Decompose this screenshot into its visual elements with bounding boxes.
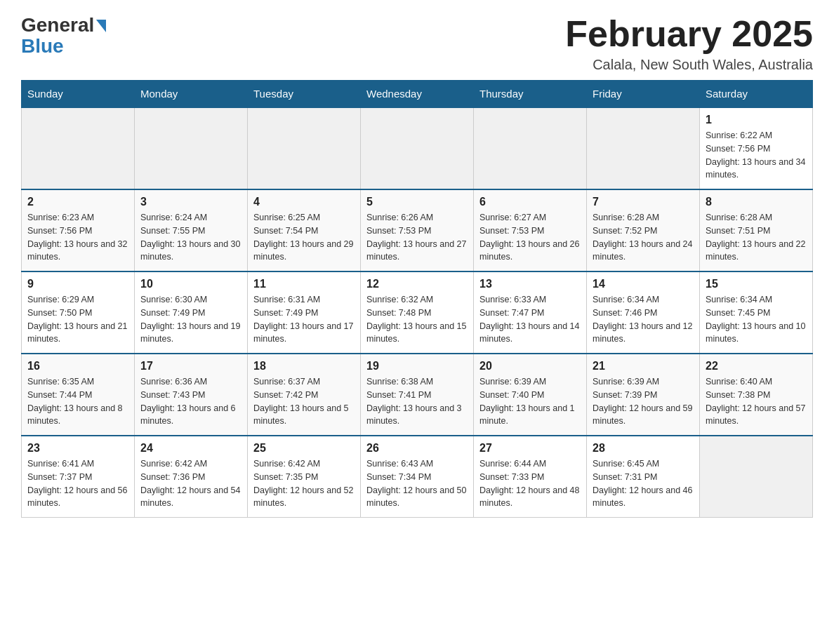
day-info: Sunrise: 6:28 AMSunset: 7:52 PMDaylight:… xyxy=(593,211,694,264)
day-number: 11 xyxy=(253,278,355,290)
table-cell: 17Sunrise: 6:36 AMSunset: 7:43 PMDayligh… xyxy=(135,354,248,436)
table-cell: 8Sunrise: 6:28 AMSunset: 7:51 PMDaylight… xyxy=(700,189,813,271)
day-info: Sunrise: 6:22 AMSunset: 7:56 PMDaylight:… xyxy=(706,129,807,182)
table-cell: 2Sunrise: 6:23 AMSunset: 7:56 PMDaylight… xyxy=(22,189,135,271)
day-number: 21 xyxy=(593,360,694,373)
day-info: Sunrise: 6:31 AMSunset: 7:49 PMDaylight:… xyxy=(253,293,355,346)
day-info: Sunrise: 6:39 AMSunset: 7:39 PMDaylight:… xyxy=(593,375,694,428)
week-row-3: 9Sunrise: 6:29 AMSunset: 7:50 PMDaylight… xyxy=(22,271,813,354)
day-info: Sunrise: 6:41 AMSunset: 7:37 PMDaylight:… xyxy=(27,457,128,510)
logo-blue-text: Blue xyxy=(21,35,64,58)
col-friday: Friday xyxy=(587,81,700,108)
table-cell: 6Sunrise: 6:27 AMSunset: 7:53 PMDaylight… xyxy=(474,189,587,271)
day-number: 25 xyxy=(253,442,355,455)
day-number: 6 xyxy=(479,196,581,208)
day-number: 28 xyxy=(593,442,694,455)
day-number: 1 xyxy=(706,114,807,126)
day-number: 9 xyxy=(27,278,128,290)
table-cell: 24Sunrise: 6:42 AMSunset: 7:36 PMDayligh… xyxy=(135,436,248,518)
day-info: Sunrise: 6:26 AMSunset: 7:53 PMDaylight:… xyxy=(366,211,468,264)
day-number: 27 xyxy=(479,442,581,455)
table-cell: 15Sunrise: 6:34 AMSunset: 7:45 PMDayligh… xyxy=(700,271,813,354)
day-info: Sunrise: 6:34 AMSunset: 7:45 PMDaylight:… xyxy=(706,293,807,346)
day-number: 14 xyxy=(593,278,694,290)
day-info: Sunrise: 6:37 AMSunset: 7:42 PMDaylight:… xyxy=(253,375,355,428)
day-number: 23 xyxy=(27,442,128,455)
col-monday: Monday xyxy=(135,81,248,108)
table-cell: 18Sunrise: 6:37 AMSunset: 7:42 PMDayligh… xyxy=(248,354,361,436)
day-info: Sunrise: 6:29 AMSunset: 7:50 PMDaylight:… xyxy=(27,293,128,346)
table-cell xyxy=(587,107,700,189)
table-cell: 26Sunrise: 6:43 AMSunset: 7:34 PMDayligh… xyxy=(361,436,474,518)
day-number: 16 xyxy=(27,360,128,373)
day-number: 17 xyxy=(140,360,241,373)
logo: General Blue xyxy=(21,14,106,58)
table-cell: 25Sunrise: 6:42 AMSunset: 7:35 PMDayligh… xyxy=(248,436,361,518)
table-cell xyxy=(22,107,135,189)
logo-arrow-icon xyxy=(96,20,106,32)
day-number: 13 xyxy=(479,278,581,290)
day-info: Sunrise: 6:35 AMSunset: 7:44 PMDaylight:… xyxy=(27,375,128,428)
week-row-5: 23Sunrise: 6:41 AMSunset: 7:37 PMDayligh… xyxy=(22,436,813,518)
day-info: Sunrise: 6:32 AMSunset: 7:48 PMDaylight:… xyxy=(366,293,468,346)
table-cell xyxy=(474,107,587,189)
calendar-table: Sunday Monday Tuesday Wednesday Thursday… xyxy=(21,80,813,518)
table-cell: 12Sunrise: 6:32 AMSunset: 7:48 PMDayligh… xyxy=(361,271,474,354)
day-number: 20 xyxy=(479,360,581,373)
table-cell: 23Sunrise: 6:41 AMSunset: 7:37 PMDayligh… xyxy=(22,436,135,518)
title-section: February 2025 Calala, New South Wales, A… xyxy=(565,14,813,73)
table-cell: 7Sunrise: 6:28 AMSunset: 7:52 PMDaylight… xyxy=(587,189,700,271)
day-info: Sunrise: 6:45 AMSunset: 7:31 PMDaylight:… xyxy=(593,457,694,510)
table-cell: 11Sunrise: 6:31 AMSunset: 7:49 PMDayligh… xyxy=(248,271,361,354)
table-cell xyxy=(361,107,474,189)
table-cell: 20Sunrise: 6:39 AMSunset: 7:40 PMDayligh… xyxy=(474,354,587,436)
day-number: 2 xyxy=(27,196,128,208)
day-info: Sunrise: 6:27 AMSunset: 7:53 PMDaylight:… xyxy=(479,211,581,264)
day-number: 18 xyxy=(253,360,355,373)
table-cell: 28Sunrise: 6:45 AMSunset: 7:31 PMDayligh… xyxy=(587,436,700,518)
calendar-header-row: Sunday Monday Tuesday Wednesday Thursday… xyxy=(22,81,813,108)
table-cell: 13Sunrise: 6:33 AMSunset: 7:47 PMDayligh… xyxy=(474,271,587,354)
day-info: Sunrise: 6:23 AMSunset: 7:56 PMDaylight:… xyxy=(27,211,128,264)
day-info: Sunrise: 6:36 AMSunset: 7:43 PMDaylight:… xyxy=(140,375,241,428)
table-cell: 10Sunrise: 6:30 AMSunset: 7:49 PMDayligh… xyxy=(135,271,248,354)
table-cell: 22Sunrise: 6:40 AMSunset: 7:38 PMDayligh… xyxy=(700,354,813,436)
day-info: Sunrise: 6:24 AMSunset: 7:55 PMDaylight:… xyxy=(140,211,241,264)
month-title: February 2025 xyxy=(565,14,813,54)
day-info: Sunrise: 6:40 AMSunset: 7:38 PMDaylight:… xyxy=(706,375,807,428)
table-cell: 14Sunrise: 6:34 AMSunset: 7:46 PMDayligh… xyxy=(587,271,700,354)
col-thursday: Thursday xyxy=(474,81,587,108)
table-cell xyxy=(700,436,813,518)
table-cell: 5Sunrise: 6:26 AMSunset: 7:53 PMDaylight… xyxy=(361,189,474,271)
day-info: Sunrise: 6:34 AMSunset: 7:46 PMDaylight:… xyxy=(593,293,694,346)
day-info: Sunrise: 6:33 AMSunset: 7:47 PMDaylight:… xyxy=(479,293,581,346)
table-cell xyxy=(135,107,248,189)
day-number: 19 xyxy=(366,360,468,373)
day-number: 10 xyxy=(140,278,241,290)
logo-general-text: General xyxy=(21,14,94,36)
day-info: Sunrise: 6:42 AMSunset: 7:35 PMDaylight:… xyxy=(253,457,355,510)
day-number: 8 xyxy=(706,196,807,208)
table-cell: 9Sunrise: 6:29 AMSunset: 7:50 PMDaylight… xyxy=(22,271,135,354)
week-row-2: 2Sunrise: 6:23 AMSunset: 7:56 PMDaylight… xyxy=(22,189,813,271)
table-cell: 16Sunrise: 6:35 AMSunset: 7:44 PMDayligh… xyxy=(22,354,135,436)
day-number: 5 xyxy=(366,196,468,208)
day-info: Sunrise: 6:25 AMSunset: 7:54 PMDaylight:… xyxy=(253,211,355,264)
table-cell xyxy=(248,107,361,189)
page-header: General Blue February 2025 Calala, New S… xyxy=(21,14,813,73)
day-info: Sunrise: 6:30 AMSunset: 7:49 PMDaylight:… xyxy=(140,293,241,346)
day-info: Sunrise: 6:44 AMSunset: 7:33 PMDaylight:… xyxy=(479,457,581,510)
day-number: 4 xyxy=(253,196,355,208)
day-number: 22 xyxy=(706,360,807,373)
table-cell: 4Sunrise: 6:25 AMSunset: 7:54 PMDaylight… xyxy=(248,189,361,271)
table-cell: 1Sunrise: 6:22 AMSunset: 7:56 PMDaylight… xyxy=(700,107,813,189)
day-number: 3 xyxy=(140,196,241,208)
table-cell: 21Sunrise: 6:39 AMSunset: 7:39 PMDayligh… xyxy=(587,354,700,436)
day-info: Sunrise: 6:39 AMSunset: 7:40 PMDaylight:… xyxy=(479,375,581,428)
table-cell: 3Sunrise: 6:24 AMSunset: 7:55 PMDaylight… xyxy=(135,189,248,271)
col-sunday: Sunday xyxy=(22,81,135,108)
week-row-4: 16Sunrise: 6:35 AMSunset: 7:44 PMDayligh… xyxy=(22,354,813,436)
day-number: 15 xyxy=(706,278,807,290)
day-number: 12 xyxy=(366,278,468,290)
col-saturday: Saturday xyxy=(700,81,813,108)
